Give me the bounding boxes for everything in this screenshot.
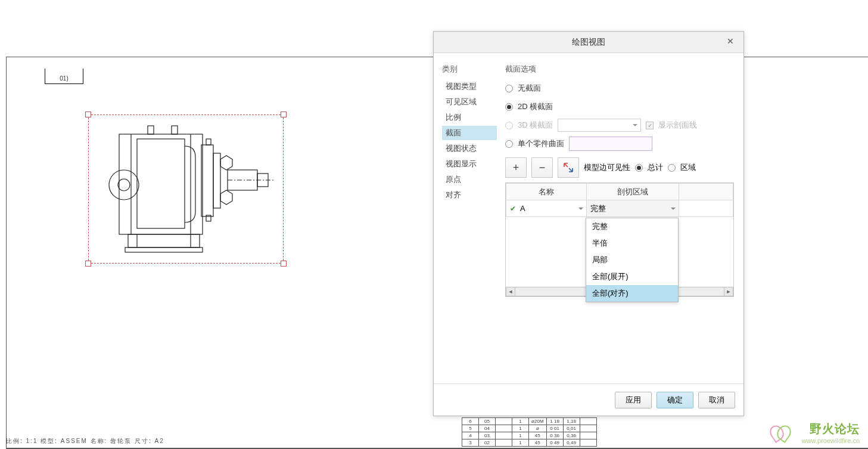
cell-text: 完整 bbox=[590, 204, 606, 213]
drawing-view-dialog: 绘图视图 ✕ 类别 视图类型可见区域比例截面视图状态视图显示原点对齐 截面选项 … bbox=[433, 31, 744, 416]
add-button[interactable]: + bbox=[505, 157, 527, 178]
table-row: 3021450 490,49 bbox=[462, 439, 597, 447]
checkbox-label: 显示剖面线 bbox=[658, 120, 697, 131]
dropdown-option[interactable]: 局部 bbox=[586, 252, 678, 268]
empty-cell bbox=[679, 200, 733, 217]
minus-icon: − bbox=[539, 162, 546, 174]
radio-label: 总计 bbox=[648, 162, 663, 173]
region-cell[interactable]: 完整 bbox=[587, 200, 679, 217]
radio-icon[interactable] bbox=[635, 164, 643, 172]
dialog-title-bar[interactable]: 绘图视图 ✕ bbox=[434, 32, 743, 53]
radio-label: 无截面 bbox=[518, 83, 541, 94]
table-row: 4031450 360,36 bbox=[462, 432, 597, 439]
sheet-tab: 01) bbox=[45, 69, 83, 84]
dialog-title-text: 绘图视图 bbox=[572, 37, 605, 48]
resize-handle[interactable] bbox=[85, 112, 91, 117]
radio-no-section[interactable]: 无截面 bbox=[505, 80, 735, 96]
svg-rect-0 bbox=[128, 234, 200, 247]
table-row: 6051⌀20M1 181,18 bbox=[462, 418, 597, 425]
category-item[interactable]: 原点 bbox=[442, 172, 497, 187]
radio-3d-section: 3D 横截面 显示剖面线 bbox=[505, 117, 735, 133]
table-row: 5041⌀0 010,01 bbox=[462, 425, 597, 432]
show-section-line-checkbox bbox=[646, 122, 654, 129]
svg-rect-10 bbox=[148, 126, 154, 134]
radio-icon bbox=[505, 140, 513, 148]
watermark-title: 野火论坛 bbox=[802, 421, 860, 437]
category-item[interactable]: 视图类型 bbox=[442, 79, 497, 94]
resize-handle[interactable] bbox=[281, 112, 287, 117]
dropdown-option[interactable]: 完整 bbox=[586, 218, 678, 235]
resize-handle[interactable] bbox=[281, 261, 287, 267]
col-spacer bbox=[679, 184, 733, 200]
dropdown-option[interactable]: 全部(展开) bbox=[586, 268, 678, 285]
radio-icon bbox=[505, 122, 513, 129]
apply-button[interactable]: 应用 bbox=[615, 392, 652, 408]
radio-2d-section[interactable]: 2D 横截面 bbox=[505, 99, 735, 114]
category-item[interactable]: 截面 bbox=[442, 126, 497, 140]
bom-table-fragment: 6051⌀20M1 181,185041⌀0 010,014031450 360… bbox=[462, 417, 597, 447]
table-row[interactable]: ✔ A 完整 bbox=[506, 200, 733, 217]
category-item[interactable]: 可见区域 bbox=[442, 95, 497, 109]
scroll-left-arrow-icon[interactable]: ◄ bbox=[506, 287, 515, 296]
svg-rect-1 bbox=[125, 247, 203, 252]
options-panel: 截面选项 无截面 2D 横截面 3D 横截面 显示剖面线 单个零件曲面 bbox=[505, 64, 735, 377]
3d-section-combo bbox=[558, 119, 641, 132]
category-sidebar: 类别 视图类型可见区域比例截面视图状态视图显示原点对齐 bbox=[442, 64, 497, 377]
svg-rect-4 bbox=[119, 134, 203, 234]
drawing-footer-info: 比例: 1:1 模型: ASSEM 名称: 齿轮泵 尺寸: A2 bbox=[6, 437, 164, 445]
watermark: 野火论坛 www.proewildfire.cn bbox=[802, 421, 860, 444]
dropdown-option[interactable]: 全部(对齐) bbox=[586, 285, 678, 302]
region-dropdown[interactable]: 完整半倍局部全部(展开)全部(对齐) bbox=[586, 218, 679, 302]
visibility-label: 模型边可见性 bbox=[584, 162, 630, 173]
col-region-header: 剖切区域 bbox=[587, 184, 679, 200]
svg-rect-11 bbox=[172, 126, 178, 134]
plus-icon: + bbox=[513, 162, 519, 174]
svg-rect-7 bbox=[137, 139, 185, 228]
scroll-right-arrow-icon[interactable]: ► bbox=[724, 287, 733, 296]
ok-button[interactable]: 确定 bbox=[657, 392, 693, 408]
radio-icon[interactable] bbox=[668, 164, 676, 172]
dialog-footer: 应用 确定 取消 bbox=[434, 383, 743, 416]
remove-button[interactable]: − bbox=[531, 157, 553, 178]
cell-text: A bbox=[520, 204, 525, 213]
category-item[interactable]: 对齐 bbox=[442, 188, 497, 202]
col-name-header: 名称 bbox=[506, 184, 587, 200]
dropdown-option[interactable]: 半倍 bbox=[586, 235, 678, 252]
section-options-heading: 截面选项 bbox=[505, 64, 735, 75]
radio-label: 区域 bbox=[680, 162, 696, 173]
section-table[interactable]: 名称 剖切区域 ✔ A 完整 bbox=[505, 182, 734, 297]
diagonal-arrows-icon bbox=[562, 162, 574, 174]
svg-rect-12 bbox=[201, 145, 213, 216]
svg-point-8 bbox=[109, 170, 139, 200]
category-item[interactable]: 比例 bbox=[442, 110, 497, 125]
single-surface-field[interactable] bbox=[569, 137, 652, 151]
watermark-url: www.proewildfire.cn bbox=[802, 437, 860, 444]
radio-label: 单个零件曲面 bbox=[518, 138, 564, 149]
radio-icon bbox=[505, 85, 513, 92]
category-heading: 类别 bbox=[442, 64, 497, 75]
resize-handle[interactable] bbox=[85, 261, 91, 267]
check-icon: ✔ bbox=[510, 205, 516, 213]
mechanical-drawing-view[interactable] bbox=[95, 122, 274, 259]
svg-rect-13 bbox=[213, 153, 220, 208]
radio-label: 2D 横截面 bbox=[518, 101, 553, 112]
radio-label: 3D 横截面 bbox=[518, 120, 553, 131]
category-item[interactable]: 视图状态 bbox=[442, 141, 497, 156]
radio-single-surface[interactable]: 单个零件曲面 bbox=[505, 136, 735, 151]
svg-rect-17 bbox=[206, 139, 211, 145]
svg-point-9 bbox=[118, 179, 130, 191]
close-icon[interactable]: ✕ bbox=[723, 35, 738, 47]
radio-icon bbox=[505, 103, 513, 111]
watermark-logo-icon bbox=[770, 425, 792, 442]
name-cell[interactable]: ✔ A bbox=[506, 200, 587, 217]
arrow-direction-button[interactable] bbox=[558, 157, 579, 178]
cancel-button[interactable]: 取消 bbox=[698, 392, 735, 408]
category-item[interactable]: 视图显示 bbox=[442, 157, 497, 171]
